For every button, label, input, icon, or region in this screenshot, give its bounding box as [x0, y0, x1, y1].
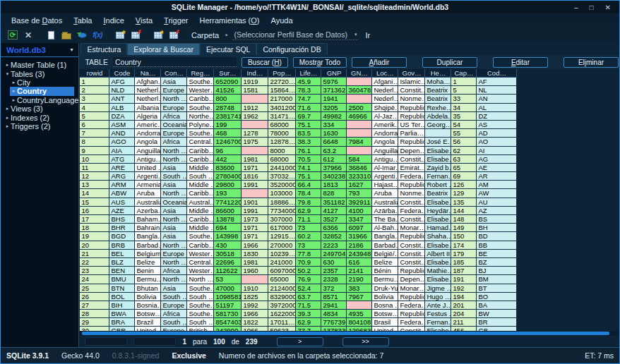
cell[interactable]: 19 — [80, 232, 109, 241]
cell[interactable]: 2780400 — [214, 172, 242, 181]
cell[interactable]: BLZ — [109, 258, 135, 267]
cell[interactable]: Constit… — [398, 250, 425, 258]
cell[interactable]: Mathie… — [425, 267, 451, 275]
cell[interactable] — [242, 147, 268, 155]
cell[interactable]: Republic — [398, 138, 425, 146]
cell[interactable]: Belize — [372, 258, 398, 267]
cell[interactable]: Southe… — [187, 310, 214, 318]
cell[interactable]: 75.1 — [296, 121, 321, 129]
cell[interactable]: 612 — [321, 155, 347, 164]
cell[interactable]: Andorra — [372, 129, 398, 138]
menu-trigger[interactable]: Trigger — [159, 16, 193, 25]
cell[interactable]: Asia — [161, 181, 187, 189]
cell[interactable]: Botsw… — [135, 310, 161, 318]
cell[interactable]: Bangla… — [135, 232, 161, 241]
add-table-icon[interactable]: ★ — [112, 28, 128, 42]
menu-tabla[interactable]: Tabla — [68, 16, 97, 25]
next-page-button[interactable]: > — [277, 337, 323, 346]
cell[interactable]: 135 — [451, 198, 477, 207]
cell[interactable]: Constit… — [398, 241, 425, 250]
cell[interactable]: 149 — [451, 224, 477, 232]
cell[interactable]: DZA — [109, 112, 135, 121]
cell[interactable]: 73 — [296, 241, 321, 250]
cell[interactable]: 70.5 — [296, 155, 321, 164]
menu-vista[interactable]: Vista — [131, 16, 157, 25]
table-row[interactable]: 3ANTNetherl…North …Caribb…80021700074.71… — [80, 95, 517, 103]
cell[interactable]: 2141 — [347, 267, 372, 275]
col-header[interactable]: GN… — [347, 69, 372, 78]
cell[interactable]: Bosnia… — [135, 301, 161, 310]
cell[interactable]: BA — [477, 301, 517, 310]
cell[interactable]: 78.3 — [296, 86, 321, 95]
col-header[interactable]: Pop… — [268, 69, 296, 78]
tools-icon[interactable]: ✕ — [20, 28, 36, 42]
cell[interactable]: Bangla… — [372, 232, 398, 241]
cell[interactable]: 78.4 — [296, 189, 321, 198]
cell[interactable]: 11 — [80, 164, 109, 172]
cell[interactable]: 10239… — [268, 250, 296, 258]
cell[interactable]: North … — [161, 95, 187, 103]
cell[interactable]: Nonme… — [398, 95, 425, 103]
table-row[interactable]: 16AZEAzerba…AsiaMiddle …8660019917734000… — [80, 207, 517, 215]
cell[interactable]: AND — [109, 129, 135, 138]
cell[interactable]: 96 — [214, 147, 242, 155]
cell[interactable]: 243948 — [347, 250, 372, 258]
cell[interactable]: Asia — [161, 284, 187, 293]
cell[interactable]: Al-Bah… — [372, 224, 398, 232]
cell[interactable]: DZ — [477, 112, 517, 121]
cell[interactable]: Fernan… — [425, 172, 451, 181]
cell[interactable]: 199 — [214, 121, 242, 129]
cell[interactable]: Elisabe… — [425, 155, 451, 164]
cell[interactable]: Antigu… — [372, 155, 398, 164]
cell[interactable]: 351182 — [321, 198, 347, 207]
cell[interactable]: ARE — [109, 164, 135, 172]
cell[interactable]: 3205 — [321, 104, 347, 112]
sidebar-item-country[interactable]: ▸Country — [10, 87, 74, 95]
cell[interactable]: Middle … — [187, 164, 214, 172]
cell[interactable]: ABW — [109, 189, 135, 198]
cell[interactable]: NLD — [109, 86, 135, 95]
cell[interactable]: Hajast… — [372, 181, 398, 189]
cell[interactable]: BE — [477, 250, 517, 258]
cell[interactable]: 1966 — [242, 310, 268, 318]
cell[interactable]: 54 — [451, 121, 477, 129]
cell[interactable]: 4100 — [347, 207, 372, 215]
cell[interactable]: 55 — [451, 129, 477, 138]
cell[interactable]: Caribb… — [187, 95, 214, 103]
cell[interactable]: 3520000 — [268, 181, 296, 189]
cell[interactable]: 1816 — [242, 172, 268, 181]
cell[interactable]: 307000 — [268, 215, 296, 224]
cell[interactable]: ASM — [109, 121, 135, 129]
cell[interactable]: 50.2 — [296, 267, 321, 275]
cell[interactable]: Africa — [161, 138, 187, 146]
cell[interactable]: 194 — [451, 293, 477, 301]
cell[interactable]: 75.1 — [296, 172, 321, 181]
function-icon[interactable]: f(x) — [90, 28, 105, 42]
cell[interactable]: Parlia… — [398, 129, 425, 138]
table-dropdown[interactable]: Country — [113, 57, 237, 67]
cell[interactable]: AD — [477, 129, 517, 138]
cell[interactable]: BD — [477, 232, 517, 241]
cell[interactable]: 144 — [451, 207, 477, 215]
cell[interactable]: United … — [135, 164, 161, 172]
cell[interactable]: 24 — [80, 275, 109, 284]
cell[interactable]: Republic — [398, 104, 425, 112]
cell[interactable]: 617000 — [268, 224, 296, 232]
cell[interactable]: 776739 — [321, 318, 347, 327]
tab-explorar-buscar[interactable]: Explorar & Buscar — [127, 43, 200, 55]
cell[interactable]: 2190 — [347, 275, 372, 284]
cell[interactable]: North … — [161, 189, 187, 198]
cell[interactable] — [347, 129, 372, 138]
cell[interactable]: 77.8 — [296, 250, 321, 258]
maximize-icon[interactable]: □ — [590, 4, 594, 11]
cell[interactable]: Robert … — [425, 181, 451, 189]
cell[interactable]: 581730 — [214, 310, 242, 318]
cell[interactable]: BB — [477, 241, 517, 250]
add-button[interactable]: Añadir — [352, 57, 407, 68]
cell[interactable]: 62.9 — [296, 207, 321, 215]
cell[interactable]: 174 — [451, 241, 477, 250]
cell[interactable]: Botsw… — [372, 310, 398, 318]
cell[interactable]: AF — [477, 78, 517, 86]
cell[interactable]: Beatrix — [425, 189, 451, 198]
cell[interactable]: 17011… — [268, 318, 296, 327]
